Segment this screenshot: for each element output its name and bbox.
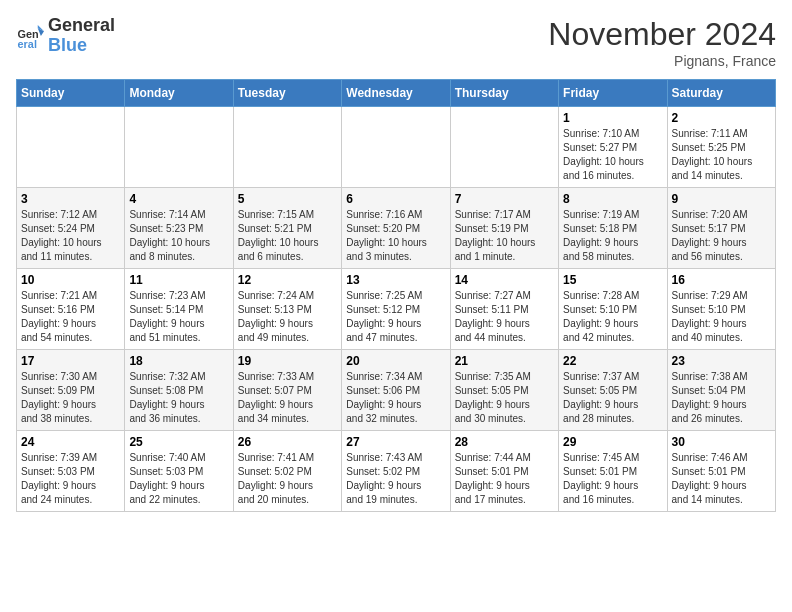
day-number: 2 bbox=[672, 111, 771, 125]
day-info: Sunrise: 7:17 AM Sunset: 5:19 PM Dayligh… bbox=[455, 208, 554, 264]
calendar-day-cell: 26Sunrise: 7:41 AM Sunset: 5:02 PM Dayli… bbox=[233, 431, 341, 512]
svg-text:eral: eral bbox=[18, 37, 37, 49]
day-number: 4 bbox=[129, 192, 228, 206]
logo-icon: Gen eral bbox=[16, 22, 44, 50]
day-number: 14 bbox=[455, 273, 554, 287]
day-info: Sunrise: 7:41 AM Sunset: 5:02 PM Dayligh… bbox=[238, 451, 337, 507]
page-header: Gen eral General Blue November 2024 Pign… bbox=[16, 16, 776, 69]
calendar-day-cell: 7Sunrise: 7:17 AM Sunset: 5:19 PM Daylig… bbox=[450, 188, 558, 269]
day-info: Sunrise: 7:44 AM Sunset: 5:01 PM Dayligh… bbox=[455, 451, 554, 507]
day-number: 21 bbox=[455, 354, 554, 368]
calendar-day-cell bbox=[233, 107, 341, 188]
day-info: Sunrise: 7:37 AM Sunset: 5:05 PM Dayligh… bbox=[563, 370, 662, 426]
calendar-week-row: 24Sunrise: 7:39 AM Sunset: 5:03 PM Dayli… bbox=[17, 431, 776, 512]
day-info: Sunrise: 7:29 AM Sunset: 5:10 PM Dayligh… bbox=[672, 289, 771, 345]
calendar-day-cell bbox=[450, 107, 558, 188]
calendar-day-cell: 2Sunrise: 7:11 AM Sunset: 5:25 PM Daylig… bbox=[667, 107, 775, 188]
day-info: Sunrise: 7:12 AM Sunset: 5:24 PM Dayligh… bbox=[21, 208, 120, 264]
day-info: Sunrise: 7:19 AM Sunset: 5:18 PM Dayligh… bbox=[563, 208, 662, 264]
day-info: Sunrise: 7:24 AM Sunset: 5:13 PM Dayligh… bbox=[238, 289, 337, 345]
calendar-header: SundayMondayTuesdayWednesdayThursdayFrid… bbox=[17, 80, 776, 107]
calendar-body: 1Sunrise: 7:10 AM Sunset: 5:27 PM Daylig… bbox=[17, 107, 776, 512]
day-number: 24 bbox=[21, 435, 120, 449]
calendar-day-cell: 29Sunrise: 7:45 AM Sunset: 5:01 PM Dayli… bbox=[559, 431, 667, 512]
day-info: Sunrise: 7:33 AM Sunset: 5:07 PM Dayligh… bbox=[238, 370, 337, 426]
day-number: 12 bbox=[238, 273, 337, 287]
title-block: November 2024 Pignans, France bbox=[548, 16, 776, 69]
day-number: 8 bbox=[563, 192, 662, 206]
calendar-day-cell: 17Sunrise: 7:30 AM Sunset: 5:09 PM Dayli… bbox=[17, 350, 125, 431]
day-number: 11 bbox=[129, 273, 228, 287]
day-info: Sunrise: 7:16 AM Sunset: 5:20 PM Dayligh… bbox=[346, 208, 445, 264]
day-number: 18 bbox=[129, 354, 228, 368]
weekday-header: Wednesday bbox=[342, 80, 450, 107]
day-info: Sunrise: 7:46 AM Sunset: 5:01 PM Dayligh… bbox=[672, 451, 771, 507]
day-number: 26 bbox=[238, 435, 337, 449]
month-title: November 2024 bbox=[548, 16, 776, 53]
location: Pignans, France bbox=[548, 53, 776, 69]
calendar-day-cell: 4Sunrise: 7:14 AM Sunset: 5:23 PM Daylig… bbox=[125, 188, 233, 269]
calendar-day-cell: 24Sunrise: 7:39 AM Sunset: 5:03 PM Dayli… bbox=[17, 431, 125, 512]
calendar-day-cell: 28Sunrise: 7:44 AM Sunset: 5:01 PM Dayli… bbox=[450, 431, 558, 512]
day-info: Sunrise: 7:25 AM Sunset: 5:12 PM Dayligh… bbox=[346, 289, 445, 345]
calendar-day-cell: 1Sunrise: 7:10 AM Sunset: 5:27 PM Daylig… bbox=[559, 107, 667, 188]
calendar-day-cell: 3Sunrise: 7:12 AM Sunset: 5:24 PM Daylig… bbox=[17, 188, 125, 269]
day-info: Sunrise: 7:39 AM Sunset: 5:03 PM Dayligh… bbox=[21, 451, 120, 507]
calendar-week-row: 1Sunrise: 7:10 AM Sunset: 5:27 PM Daylig… bbox=[17, 107, 776, 188]
day-number: 16 bbox=[672, 273, 771, 287]
weekday-header: Thursday bbox=[450, 80, 558, 107]
day-info: Sunrise: 7:30 AM Sunset: 5:09 PM Dayligh… bbox=[21, 370, 120, 426]
weekday-header: Tuesday bbox=[233, 80, 341, 107]
weekday-header: Monday bbox=[125, 80, 233, 107]
day-number: 3 bbox=[21, 192, 120, 206]
day-number: 15 bbox=[563, 273, 662, 287]
day-info: Sunrise: 7:23 AM Sunset: 5:14 PM Dayligh… bbox=[129, 289, 228, 345]
calendar-week-row: 10Sunrise: 7:21 AM Sunset: 5:16 PM Dayli… bbox=[17, 269, 776, 350]
calendar-day-cell bbox=[342, 107, 450, 188]
day-number: 20 bbox=[346, 354, 445, 368]
calendar-day-cell: 19Sunrise: 7:33 AM Sunset: 5:07 PM Dayli… bbox=[233, 350, 341, 431]
weekday-header: Sunday bbox=[17, 80, 125, 107]
calendar-day-cell: 22Sunrise: 7:37 AM Sunset: 5:05 PM Dayli… bbox=[559, 350, 667, 431]
calendar-day-cell: 5Sunrise: 7:15 AM Sunset: 5:21 PM Daylig… bbox=[233, 188, 341, 269]
calendar-day-cell: 25Sunrise: 7:40 AM Sunset: 5:03 PM Dayli… bbox=[125, 431, 233, 512]
day-info: Sunrise: 7:20 AM Sunset: 5:17 PM Dayligh… bbox=[672, 208, 771, 264]
calendar-day-cell: 27Sunrise: 7:43 AM Sunset: 5:02 PM Dayli… bbox=[342, 431, 450, 512]
logo-text: General Blue bbox=[48, 16, 115, 56]
calendar-day-cell bbox=[125, 107, 233, 188]
day-info: Sunrise: 7:27 AM Sunset: 5:11 PM Dayligh… bbox=[455, 289, 554, 345]
day-info: Sunrise: 7:15 AM Sunset: 5:21 PM Dayligh… bbox=[238, 208, 337, 264]
day-number: 19 bbox=[238, 354, 337, 368]
calendar-day-cell: 9Sunrise: 7:20 AM Sunset: 5:17 PM Daylig… bbox=[667, 188, 775, 269]
calendar-day-cell: 23Sunrise: 7:38 AM Sunset: 5:04 PM Dayli… bbox=[667, 350, 775, 431]
calendar-day-cell: 10Sunrise: 7:21 AM Sunset: 5:16 PM Dayli… bbox=[17, 269, 125, 350]
day-number: 7 bbox=[455, 192, 554, 206]
day-info: Sunrise: 7:11 AM Sunset: 5:25 PM Dayligh… bbox=[672, 127, 771, 183]
day-number: 13 bbox=[346, 273, 445, 287]
calendar-day-cell: 8Sunrise: 7:19 AM Sunset: 5:18 PM Daylig… bbox=[559, 188, 667, 269]
calendar-day-cell: 14Sunrise: 7:27 AM Sunset: 5:11 PM Dayli… bbox=[450, 269, 558, 350]
calendar-table: SundayMondayTuesdayWednesdayThursdayFrid… bbox=[16, 79, 776, 512]
calendar-day-cell: 18Sunrise: 7:32 AM Sunset: 5:08 PM Dayli… bbox=[125, 350, 233, 431]
day-info: Sunrise: 7:43 AM Sunset: 5:02 PM Dayligh… bbox=[346, 451, 445, 507]
logo-line1: General bbox=[48, 16, 115, 36]
day-info: Sunrise: 7:21 AM Sunset: 5:16 PM Dayligh… bbox=[21, 289, 120, 345]
day-info: Sunrise: 7:45 AM Sunset: 5:01 PM Dayligh… bbox=[563, 451, 662, 507]
calendar-week-row: 3Sunrise: 7:12 AM Sunset: 5:24 PM Daylig… bbox=[17, 188, 776, 269]
day-number: 10 bbox=[21, 273, 120, 287]
weekday-header: Saturday bbox=[667, 80, 775, 107]
calendar-day-cell: 13Sunrise: 7:25 AM Sunset: 5:12 PM Dayli… bbox=[342, 269, 450, 350]
day-number: 28 bbox=[455, 435, 554, 449]
calendar-day-cell: 11Sunrise: 7:23 AM Sunset: 5:14 PM Dayli… bbox=[125, 269, 233, 350]
day-number: 29 bbox=[563, 435, 662, 449]
day-number: 22 bbox=[563, 354, 662, 368]
calendar-day-cell: 16Sunrise: 7:29 AM Sunset: 5:10 PM Dayli… bbox=[667, 269, 775, 350]
calendar-day-cell: 6Sunrise: 7:16 AM Sunset: 5:20 PM Daylig… bbox=[342, 188, 450, 269]
day-info: Sunrise: 7:32 AM Sunset: 5:08 PM Dayligh… bbox=[129, 370, 228, 426]
day-number: 6 bbox=[346, 192, 445, 206]
calendar-day-cell: 12Sunrise: 7:24 AM Sunset: 5:13 PM Dayli… bbox=[233, 269, 341, 350]
day-number: 1 bbox=[563, 111, 662, 125]
day-info: Sunrise: 7:35 AM Sunset: 5:05 PM Dayligh… bbox=[455, 370, 554, 426]
calendar-day-cell: 30Sunrise: 7:46 AM Sunset: 5:01 PM Dayli… bbox=[667, 431, 775, 512]
day-info: Sunrise: 7:28 AM Sunset: 5:10 PM Dayligh… bbox=[563, 289, 662, 345]
